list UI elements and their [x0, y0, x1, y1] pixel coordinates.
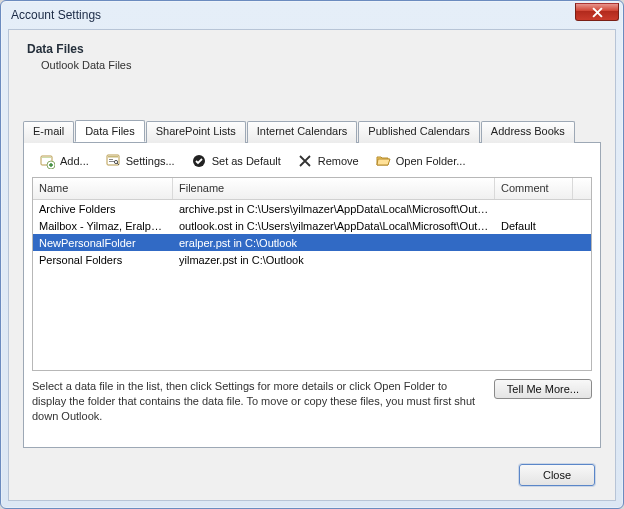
cell-name: NewPersonalFolder: [33, 236, 173, 250]
cell-name: Personal Folders: [33, 253, 173, 267]
tab-address-books[interactable]: Address Books: [481, 121, 575, 143]
svg-point-7: [114, 160, 117, 163]
tell-me-more-button[interactable]: Tell Me More...: [494, 379, 592, 399]
tabs-row: E-mailData FilesSharePoint ListsInternet…: [23, 120, 601, 142]
table-row[interactable]: Personal Foldersyilmazer.pst in C:\Outlo…: [33, 251, 591, 268]
remove-button[interactable]: Remove: [292, 151, 364, 171]
add-label: Add...: [60, 155, 89, 167]
settings-button[interactable]: Settings...: [100, 151, 180, 171]
cell-filename: archive.pst in C:\Users\yilmazer\AppData…: [173, 202, 495, 216]
remove-icon: [297, 153, 313, 169]
set-default-button[interactable]: Set as Default: [186, 151, 286, 171]
cell-filename: eralper.pst in C:\Outlook: [173, 236, 495, 250]
hint-text: Select a data file in the list, then cli…: [32, 379, 484, 424]
add-button[interactable]: Add...: [34, 151, 94, 171]
remove-label: Remove: [318, 155, 359, 167]
page-title: Data Files: [27, 42, 597, 56]
table-row[interactable]: Mailbox - Yilmaz, Eralper ...outlook.ost…: [33, 217, 591, 234]
open-folder-label: Open Folder...: [396, 155, 466, 167]
add-icon: [39, 153, 55, 169]
cell-comment: [495, 208, 573, 210]
settings-icon: [105, 153, 121, 169]
table-row[interactable]: Archive Foldersarchive.pst in C:\Users\y…: [33, 200, 591, 217]
window-title: Account Settings: [11, 8, 575, 22]
column-spacer: [573, 178, 591, 199]
account-settings-window: Account Settings Data Files Outlook Data…: [0, 0, 624, 509]
header-block: Data Files Outlook Data Files: [9, 30, 615, 79]
cell-spacer: [573, 242, 591, 244]
svg-rect-5: [109, 159, 113, 160]
tab-e-mail[interactable]: E-mail: [23, 121, 74, 143]
cell-comment: [495, 242, 573, 244]
settings-label: Settings...: [126, 155, 175, 167]
cell-comment: [495, 259, 573, 261]
column-name[interactable]: Name: [33, 178, 173, 199]
svg-rect-4: [108, 156, 118, 158]
cell-filename: yilmazer.pst in C:\Outlook: [173, 253, 495, 267]
cell-spacer: [573, 225, 591, 227]
toolbar: Add... Settings... Set as Default: [32, 151, 592, 177]
column-comment[interactable]: Comment: [495, 178, 573, 199]
list-header: Name Filename Comment: [33, 178, 591, 200]
svg-rect-1: [42, 157, 51, 158]
tab-sharepoint-lists[interactable]: SharePoint Lists: [146, 121, 246, 143]
list-body: Archive Foldersarchive.pst in C:\Users\y…: [33, 200, 591, 268]
check-circle-icon: [191, 153, 207, 169]
folder-open-icon: [375, 153, 391, 169]
cell-name: Mailbox - Yilmaz, Eralper ...: [33, 219, 173, 233]
tab-data-files[interactable]: Data Files: [75, 120, 145, 142]
open-folder-button[interactable]: Open Folder...: [370, 151, 471, 171]
close-button[interactable]: Close: [519, 464, 595, 486]
tabs-container: E-mailData FilesSharePoint ListsInternet…: [23, 120, 601, 448]
cell-spacer: [573, 208, 591, 210]
dialog-body: Data Files Outlook Data Files E-mailData…: [8, 29, 616, 501]
tab-internet-calendars[interactable]: Internet Calendars: [247, 121, 358, 143]
page-subtitle: Outlook Data Files: [27, 56, 597, 71]
table-row[interactable]: NewPersonalFoldereralper.pst in C:\Outlo…: [33, 234, 591, 251]
cell-comment: Default: [495, 219, 573, 233]
titlebar[interactable]: Account Settings: [1, 1, 623, 29]
column-filename[interactable]: Filename: [173, 178, 495, 199]
cell-spacer: [573, 259, 591, 261]
tab-published-calendars[interactable]: Published Calendars: [358, 121, 480, 143]
close-icon: [592, 7, 603, 18]
tab-panel-data-files: Add... Settings... Set as Default: [23, 142, 601, 448]
data-files-list[interactable]: Name Filename Comment Archive Foldersarc…: [32, 177, 592, 371]
cell-name: Archive Folders: [33, 202, 173, 216]
hint-row: Select a data file in the list, then cli…: [32, 371, 592, 424]
cell-filename: outlook.ost in C:\Users\yilmazer\AppData…: [173, 219, 495, 233]
window-close-button[interactable]: [575, 3, 619, 21]
set-default-label: Set as Default: [212, 155, 281, 167]
